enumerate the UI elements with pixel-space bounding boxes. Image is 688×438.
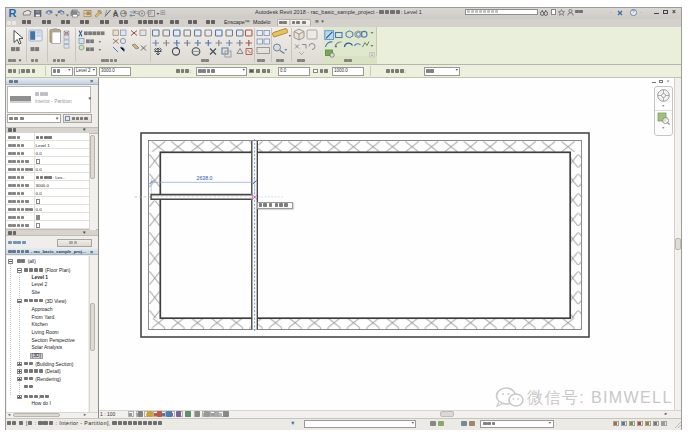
svg-text:▼: ▼ xyxy=(98,40,102,44)
svg-text:▼: ▼ xyxy=(98,48,102,52)
svg-text:▼: ▼ xyxy=(288,33,292,37)
svg-text:2638.0: 2638.0 xyxy=(196,175,212,181)
svg-text:▼: ▼ xyxy=(284,47,288,51)
